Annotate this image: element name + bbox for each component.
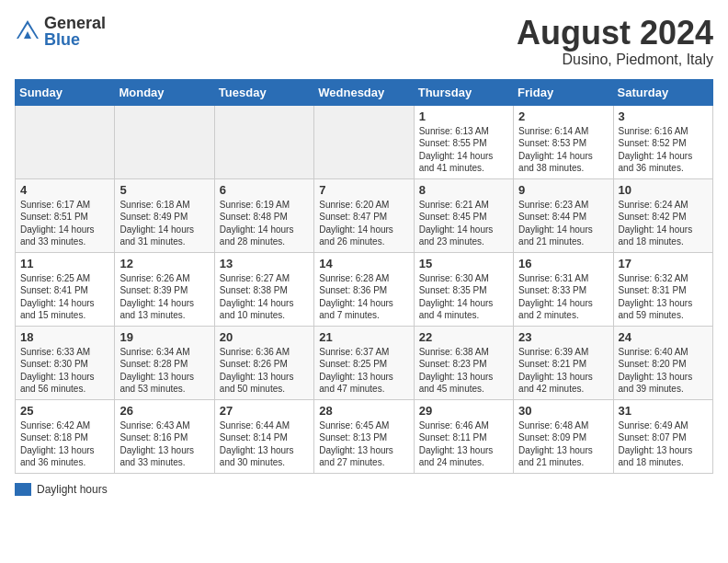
col-header-monday: Monday bbox=[115, 79, 214, 105]
calendar-cell: 25Sunrise: 6:42 AM Sunset: 8:18 PM Dayli… bbox=[16, 399, 115, 473]
calendar-cell bbox=[214, 105, 313, 178]
calendar-cell bbox=[115, 105, 214, 178]
day-info: Sunrise: 6:14 AM Sunset: 8:53 PM Dayligh… bbox=[518, 125, 608, 175]
day-info: Sunrise: 6:40 AM Sunset: 8:20 PM Dayligh… bbox=[619, 346, 708, 396]
day-info: Sunrise: 6:23 AM Sunset: 8:44 PM Dayligh… bbox=[518, 199, 608, 248]
day-number: 29 bbox=[419, 404, 508, 418]
calendar-cell: 30Sunrise: 6:48 AM Sunset: 8:09 PM Dayli… bbox=[514, 399, 613, 473]
day-number: 19 bbox=[119, 330, 209, 344]
day-info: Sunrise: 6:36 AM Sunset: 8:26 PM Dayligh… bbox=[220, 346, 309, 396]
calendar-cell: 19Sunrise: 6:34 AM Sunset: 8:28 PM Dayli… bbox=[115, 326, 214, 399]
calendar-cell: 9Sunrise: 6:23 AM Sunset: 8:44 PM Daylig… bbox=[514, 178, 613, 252]
logo: General Blue bbox=[15, 15, 106, 48]
day-number: 15 bbox=[419, 257, 508, 270]
calendar-cell: 1Sunrise: 6:13 AM Sunset: 8:55 PM Daylig… bbox=[414, 105, 513, 178]
calendar-cell: 15Sunrise: 6:30 AM Sunset: 8:35 PM Dayli… bbox=[414, 252, 513, 326]
day-number: 28 bbox=[319, 404, 408, 418]
calendar-header-row: SundayMondayTuesdayWednesdayThursdayFrid… bbox=[16, 79, 713, 105]
day-number: 12 bbox=[119, 257, 209, 270]
title-block: August 2024 Dusino, Piedmont, Italy bbox=[517, 15, 713, 68]
calendar-row: 18Sunrise: 6:33 AM Sunset: 8:30 PM Dayli… bbox=[16, 326, 713, 399]
day-number: 9 bbox=[518, 183, 608, 197]
logo-text: General Blue bbox=[44, 15, 106, 48]
calendar-cell: 18Sunrise: 6:33 AM Sunset: 8:30 PM Dayli… bbox=[16, 326, 115, 399]
day-number: 17 bbox=[619, 257, 708, 270]
calendar-cell: 20Sunrise: 6:36 AM Sunset: 8:26 PM Dayli… bbox=[214, 326, 313, 399]
day-info: Sunrise: 6:26 AM Sunset: 8:39 PM Dayligh… bbox=[119, 272, 209, 322]
col-header-sunday: Sunday bbox=[16, 79, 115, 105]
day-number: 21 bbox=[319, 330, 408, 344]
calendar-cell: 27Sunrise: 6:44 AM Sunset: 8:14 PM Dayli… bbox=[214, 399, 313, 473]
legend: Daylight hours bbox=[15, 483, 713, 496]
calendar-cell: 2Sunrise: 6:14 AM Sunset: 8:53 PM Daylig… bbox=[514, 105, 613, 178]
day-info: Sunrise: 6:31 AM Sunset: 8:33 PM Dayligh… bbox=[518, 272, 608, 322]
location: Dusino, Piedmont, Italy bbox=[517, 52, 713, 68]
day-info: Sunrise: 6:17 AM Sunset: 8:51 PM Dayligh… bbox=[20, 199, 109, 248]
calendar-cell: 12Sunrise: 6:26 AM Sunset: 8:39 PM Dayli… bbox=[115, 252, 214, 326]
logo-general-text: General bbox=[44, 15, 106, 31]
col-header-tuesday: Tuesday bbox=[214, 79, 313, 105]
day-number: 1 bbox=[419, 109, 508, 123]
day-info: Sunrise: 6:21 AM Sunset: 8:45 PM Dayligh… bbox=[419, 199, 508, 248]
day-number: 18 bbox=[20, 330, 109, 344]
logo-blue-text: Blue bbox=[44, 31, 106, 48]
calendar-cell: 8Sunrise: 6:21 AM Sunset: 8:45 PM Daylig… bbox=[414, 178, 513, 252]
col-header-wednesday: Wednesday bbox=[314, 79, 414, 105]
day-number: 27 bbox=[220, 404, 309, 418]
day-number: 30 bbox=[518, 404, 608, 418]
day-info: Sunrise: 6:25 AM Sunset: 8:41 PM Dayligh… bbox=[20, 272, 109, 322]
day-info: Sunrise: 6:13 AM Sunset: 8:55 PM Dayligh… bbox=[419, 125, 508, 175]
day-info: Sunrise: 6:28 AM Sunset: 8:36 PM Dayligh… bbox=[319, 272, 408, 322]
day-info: Sunrise: 6:33 AM Sunset: 8:30 PM Dayligh… bbox=[20, 346, 109, 396]
day-info: Sunrise: 6:16 AM Sunset: 8:52 PM Dayligh… bbox=[619, 125, 708, 175]
calendar-cell: 11Sunrise: 6:25 AM Sunset: 8:41 PM Dayli… bbox=[16, 252, 115, 326]
calendar-row: 4Sunrise: 6:17 AM Sunset: 8:51 PM Daylig… bbox=[16, 178, 713, 252]
day-info: Sunrise: 6:19 AM Sunset: 8:48 PM Dayligh… bbox=[220, 199, 309, 248]
calendar-cell: 3Sunrise: 6:16 AM Sunset: 8:52 PM Daylig… bbox=[613, 105, 712, 178]
day-info: Sunrise: 6:38 AM Sunset: 8:23 PM Dayligh… bbox=[419, 346, 508, 396]
calendar-cell bbox=[16, 105, 115, 178]
calendar-cell: 22Sunrise: 6:38 AM Sunset: 8:23 PM Dayli… bbox=[414, 326, 513, 399]
day-info: Sunrise: 6:48 AM Sunset: 8:09 PM Dayligh… bbox=[518, 419, 608, 469]
day-number: 5 bbox=[119, 183, 209, 197]
day-number: 10 bbox=[619, 183, 708, 197]
col-header-saturday: Saturday bbox=[613, 79, 712, 105]
day-info: Sunrise: 6:37 AM Sunset: 8:25 PM Dayligh… bbox=[319, 346, 408, 396]
day-info: Sunrise: 6:44 AM Sunset: 8:14 PM Dayligh… bbox=[220, 419, 309, 469]
calendar-cell: 16Sunrise: 6:31 AM Sunset: 8:33 PM Dayli… bbox=[514, 252, 613, 326]
calendar-cell: 14Sunrise: 6:28 AM Sunset: 8:36 PM Dayli… bbox=[314, 252, 414, 326]
month-title: August 2024 bbox=[517, 15, 713, 52]
calendar-cell bbox=[314, 105, 414, 178]
calendar-cell: 17Sunrise: 6:32 AM Sunset: 8:31 PM Dayli… bbox=[613, 252, 712, 326]
calendar-cell: 29Sunrise: 6:46 AM Sunset: 8:11 PM Dayli… bbox=[414, 399, 513, 473]
day-number: 11 bbox=[20, 257, 109, 270]
calendar-cell: 23Sunrise: 6:39 AM Sunset: 8:21 PM Dayli… bbox=[514, 326, 613, 399]
day-number: 4 bbox=[20, 183, 109, 197]
calendar-cell: 24Sunrise: 6:40 AM Sunset: 8:20 PM Dayli… bbox=[613, 326, 712, 399]
day-number: 14 bbox=[319, 257, 408, 270]
day-number: 25 bbox=[20, 404, 109, 418]
logo-icon bbox=[15, 18, 40, 44]
day-info: Sunrise: 6:18 AM Sunset: 8:49 PM Dayligh… bbox=[119, 199, 209, 248]
day-number: 13 bbox=[220, 257, 309, 270]
calendar-row: 11Sunrise: 6:25 AM Sunset: 8:41 PM Dayli… bbox=[16, 252, 713, 326]
calendar-cell: 28Sunrise: 6:45 AM Sunset: 8:13 PM Dayli… bbox=[314, 399, 414, 473]
day-info: Sunrise: 6:24 AM Sunset: 8:42 PM Dayligh… bbox=[619, 199, 708, 248]
day-info: Sunrise: 6:27 AM Sunset: 8:38 PM Dayligh… bbox=[220, 272, 309, 322]
calendar-row: 25Sunrise: 6:42 AM Sunset: 8:18 PM Dayli… bbox=[16, 399, 713, 473]
calendar-cell: 26Sunrise: 6:43 AM Sunset: 8:16 PM Dayli… bbox=[115, 399, 214, 473]
legend-box bbox=[15, 483, 31, 496]
col-header-thursday: Thursday bbox=[414, 79, 513, 105]
calendar-cell: 21Sunrise: 6:37 AM Sunset: 8:25 PM Dayli… bbox=[314, 326, 414, 399]
day-number: 16 bbox=[518, 257, 608, 270]
calendar-row: 1Sunrise: 6:13 AM Sunset: 8:55 PM Daylig… bbox=[16, 105, 713, 178]
calendar-cell: 4Sunrise: 6:17 AM Sunset: 8:51 PM Daylig… bbox=[16, 178, 115, 252]
day-info: Sunrise: 6:30 AM Sunset: 8:35 PM Dayligh… bbox=[419, 272, 508, 322]
legend-label: Daylight hours bbox=[37, 483, 108, 496]
day-info: Sunrise: 6:43 AM Sunset: 8:16 PM Dayligh… bbox=[119, 419, 209, 469]
calendar-cell: 6Sunrise: 6:19 AM Sunset: 8:48 PM Daylig… bbox=[214, 178, 313, 252]
day-info: Sunrise: 6:34 AM Sunset: 8:28 PM Dayligh… bbox=[119, 346, 209, 396]
calendar-table: SundayMondayTuesdayWednesdayThursdayFrid… bbox=[15, 79, 713, 474]
day-number: 2 bbox=[518, 109, 608, 123]
calendar-cell: 10Sunrise: 6:24 AM Sunset: 8:42 PM Dayli… bbox=[613, 178, 712, 252]
